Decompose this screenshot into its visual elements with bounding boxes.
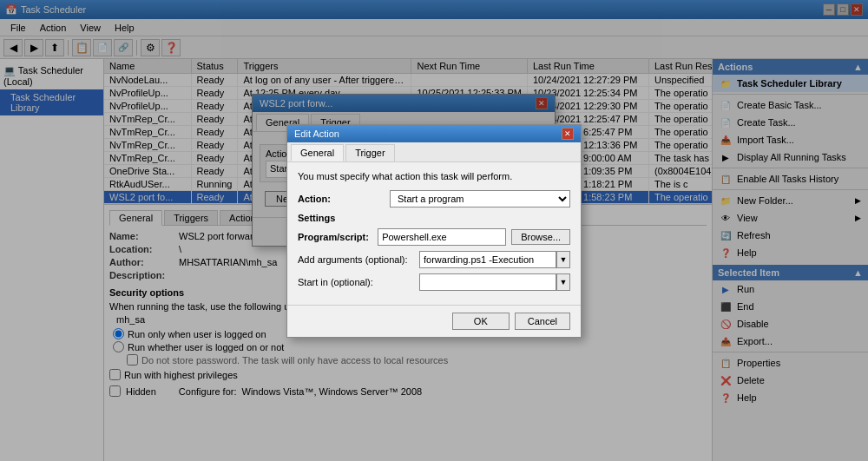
modal-args-dropdown-btn[interactable]: ▼ [556,251,570,268]
modal-ok-button[interactable]: OK [452,313,510,330]
modal-settings-title: Settings [298,213,570,223]
modal-browse-button[interactable]: Browse... [511,229,570,245]
modal-program-label: Program/script: [298,232,372,242]
modal-program-input[interactable] [378,228,506,246]
modal-args-row: Add arguments (optional): ▼ [298,251,570,268]
modal-start-dropdown-btn[interactable]: ▼ [556,273,570,291]
modal-start-row: Start in (optional): ▼ [298,273,570,291]
modal-action-row: Action: Start a program [298,190,570,207]
modal-start-input[interactable] [419,273,556,291]
modal-tab-general[interactable]: General [291,144,344,161]
modal-footer: OK Cancel [287,305,581,337]
modal-body: You must specify what action this task w… [287,162,581,305]
modal-tabs: General Trigger [287,142,581,162]
modal-action-select[interactable]: Start a program [390,190,570,207]
modal-overlay: Edit Action ✕ General Trigger You must s… [0,0,868,461]
modal-action-label: Action: [298,194,385,204]
modal-title: Edit Action [294,128,339,139]
modal-description: You must specify what action this task w… [298,171,570,181]
modal-title-bar: Edit Action ✕ [287,125,581,142]
modal-close-button[interactable]: ✕ [562,128,574,140]
modal-args-input[interactable] [419,251,556,268]
edit-action-modal: Edit Action ✕ General Trigger You must s… [286,124,582,338]
modal-cancel-button[interactable]: Cancel [515,313,570,330]
modal-program-row: Program/script: Browse... [298,228,570,246]
modal-args-label: Add arguments (optional): [298,254,419,265]
modal-tab-trigger[interactable]: Trigger [345,144,394,161]
modal-start-label: Start in (optional): [298,277,419,287]
